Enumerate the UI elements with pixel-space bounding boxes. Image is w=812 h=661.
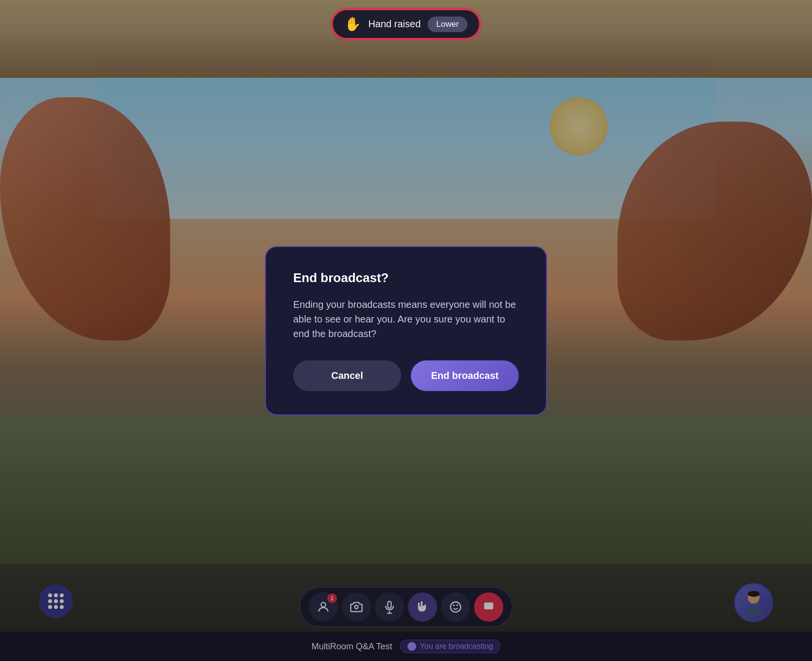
- end-broadcast-modal: End broadcast? Ending your broadcasts me…: [265, 246, 547, 415]
- end-broadcast-button[interactable]: End broadcast: [411, 360, 519, 391]
- hand-raised-notification: ✋ Hand raised Lower: [331, 9, 480, 39]
- hand-raised-text: Hand raised: [368, 18, 421, 30]
- modal-body: Ending your broadcasts means everyone wi…: [293, 297, 519, 341]
- modal-buttons: Cancel End broadcast: [293, 360, 519, 391]
- modal-overlay: End broadcast? Ending your broadcasts me…: [0, 0, 812, 661]
- lower-hand-button[interactable]: Lower: [427, 17, 467, 32]
- hand-raised-emoji: ✋: [344, 16, 361, 32]
- modal-title: End broadcast?: [293, 270, 519, 286]
- cancel-button[interactable]: Cancel: [293, 360, 401, 391]
